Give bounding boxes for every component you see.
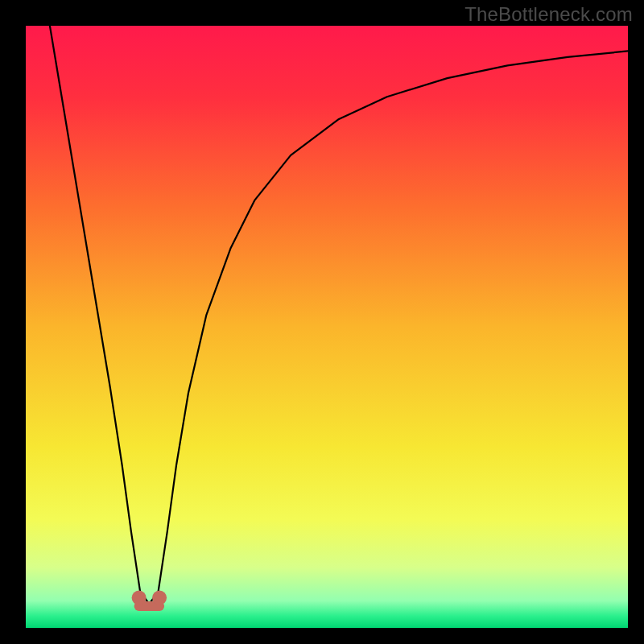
chart-svg (26, 26, 628, 628)
marker-valley-right (152, 591, 167, 605)
plot-area (26, 26, 628, 628)
marker-valley-left (132, 591, 147, 605)
series-bottleneck-curve (50, 26, 628, 604)
watermark-text: TheBottleneck.com (464, 3, 633, 26)
chart-frame: TheBottleneck.com (0, 0, 644, 644)
